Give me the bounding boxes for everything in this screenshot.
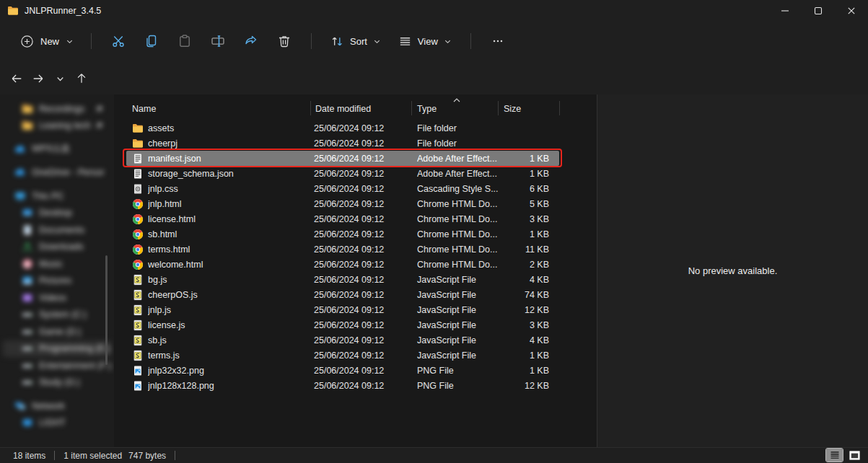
column-separator[interactable]	[411, 101, 412, 115]
sidebar-item-light[interactable]: LIGHT	[3, 415, 111, 432]
file-row-jnlp-css[interactable]: jnlp.css25/06/2024 09:12Cascading Style …	[126, 181, 559, 196]
file-row-sb-html[interactable]: sb.html25/06/2024 09:12Chrome HTML Do...…	[126, 226, 559, 242]
sidebar-item-downloads[interactable]: Downloads	[3, 239, 111, 256]
sidebar-list: RecordingsLeaning techWPS云盘OneDrive - Pe…	[0, 94, 114, 431]
sidebar-item-label: Desktop	[39, 208, 72, 218]
file-row-cheerpj[interactable]: cheerpj25/06/2024 09:12File folder	[126, 136, 559, 151]
delete-button[interactable]	[268, 27, 301, 55]
sidebar-item-music[interactable]: Music	[3, 255, 111, 273]
sidebar-item-programming-e[interactable]: Programming (E:)	[3, 340, 111, 358]
column-header-type[interactable]: Type	[417, 104, 437, 114]
sidebar-item-this-pc[interactable]: This PC	[3, 188, 111, 205]
file-row-bg-js[interactable]: bg.js25/06/2024 09:12JavaScript File4 KB	[126, 272, 559, 287]
view-button[interactable]: View	[390, 28, 460, 54]
date-modified-cell: 25/06/2024 09:12	[314, 184, 417, 194]
file-row-jnlp-html[interactable]: jnlp.html25/06/2024 09:12Chrome HTML Do.…	[126, 196, 559, 211]
file-row-jnlp128x128-png[interactable]: jnlp128x128.png25/06/2024 09:12PNG File1…	[126, 378, 559, 393]
file-name-cell: sb.js	[148, 335, 314, 345]
date-modified-cell: 25/06/2024 09:12	[314, 305, 417, 315]
sidebar-item-label: Documents	[39, 225, 84, 235]
sidebar-scrollbar[interactable]	[105, 255, 108, 365]
file-row-cheerpos-js[interactable]: cheerpOS.js25/06/2024 09:12JavaScript Fi…	[126, 287, 559, 302]
type-cell: Adobe After Effect...	[417, 169, 504, 179]
item-count: 18 items	[13, 451, 45, 461]
date-modified-cell: 25/06/2024 09:12	[314, 229, 417, 239]
copy-button[interactable]	[135, 27, 168, 55]
column-header-size[interactable]: Size	[504, 104, 521, 114]
sidebar-item-leaning-tech[interactable]: Leaning tech	[3, 118, 111, 135]
file-row-assets[interactable]: assets25/06/2024 09:12File folder	[126, 120, 559, 136]
sidebar-item-label: OneDrive - Persor	[32, 167, 105, 177]
column-header-date-modified[interactable]: Date modified	[315, 104, 371, 114]
type-cell: Adobe After Effect...	[417, 154, 504, 164]
sidebar-item-pictures[interactable]: Pictures	[3, 273, 111, 290]
size-cell: 4 KB	[504, 275, 554, 285]
date-modified-cell: 25/06/2024 09:12	[314, 154, 417, 164]
file-row-jnlp32x32-png[interactable]: jnlp32x32.png25/06/2024 09:12PNG File1 K…	[126, 363, 559, 378]
recent-locations-chevron[interactable]	[49, 68, 71, 89]
file-name-cell: sb.html	[148, 229, 314, 239]
file-row-license-js[interactable]: license.js25/06/2024 09:12JavaScript Fil…	[126, 317, 559, 332]
column-header-name[interactable]: Name	[132, 104, 156, 114]
column-separator[interactable]	[310, 101, 311, 115]
size-cell: 5 KB	[504, 199, 554, 209]
paste-button[interactable]	[168, 27, 201, 55]
file-list: Name Date modified Type Size assets25/06…	[119, 94, 597, 447]
file-row-jnlp-js[interactable]: jnlp.js25/06/2024 09:12JavaScript File12…	[126, 302, 559, 317]
type-cell: JavaScript File	[417, 305, 504, 315]
sidebar-item-game-d[interactable]: Game (D:)	[3, 323, 111, 340]
column-separator[interactable]	[559, 101, 560, 115]
type-cell: JavaScript File	[417, 290, 504, 300]
date-modified-cell: 25/06/2024 09:12	[314, 138, 417, 149]
column-separator[interactable]	[498, 101, 499, 115]
type-cell: Chrome HTML Do...	[417, 199, 504, 209]
sidebar-item-desktop[interactable]: Desktop	[3, 205, 111, 222]
file-row-terms-html[interactable]: terms.html25/06/2024 09:12Chrome HTML Do…	[126, 242, 559, 257]
share-button[interactable]	[234, 27, 268, 55]
sidebar-item-videos[interactable]: Videos	[3, 289, 111, 307]
videos-icon	[22, 292, 33, 304]
maximize-button[interactable]	[802, 0, 835, 22]
sidebar-item-label: Recordings	[39, 104, 84, 114]
size-cell: 6 KB	[504, 184, 554, 194]
minimize-button[interactable]	[768, 0, 802, 22]
sidebar-item-entertainment-f[interactable]: Entertainment (F:)	[3, 357, 111, 374]
file-row-welcome-html[interactable]: welcome.html25/06/2024 09:12Chrome HTML …	[126, 257, 559, 272]
forward-button[interactable]	[27, 68, 49, 89]
drive-icon	[22, 309, 33, 320]
status-bar: 18 items 1 item selected 747 bytes	[0, 447, 868, 463]
type-cell: Chrome HTML Do...	[417, 229, 504, 239]
monitor-icon	[14, 190, 26, 202]
file-row-sb-js[interactable]: sb.js25/06/2024 09:12JavaScript File4 KB	[126, 332, 559, 348]
sidebar-item-recordings[interactable]: Recordings	[3, 100, 111, 118]
file-row-storage-schema-json[interactable]: storage_schema.json25/06/2024 09:12Adobe…	[126, 166, 559, 181]
file-row-manifest-json[interactable]: manifest.json25/06/2024 09:12Adobe After…	[126, 151, 559, 166]
date-modified-cell: 25/06/2024 09:12	[314, 381, 417, 391]
rename-button[interactable]	[201, 27, 234, 55]
cloud-icon	[14, 144, 26, 155]
details-view-toggle[interactable]	[826, 449, 843, 462]
sidebar-item-documents[interactable]: Documents	[3, 221, 111, 239]
file-name-cell: license.js	[148, 320, 314, 330]
sort-button-label: Sort	[350, 36, 367, 47]
sidebar-item-system-c[interactable]: System (C:)	[3, 307, 111, 324]
up-button[interactable]	[71, 68, 92, 89]
cut-button[interactable]	[102, 27, 135, 55]
pin-icon	[95, 121, 104, 130]
more-options-button[interactable]	[481, 27, 514, 55]
date-modified-cell: 25/06/2024 09:12	[314, 214, 417, 224]
drive-icon	[22, 343, 33, 354]
close-button[interactable]	[835, 0, 868, 22]
new-button[interactable]: New	[13, 28, 81, 54]
large-icons-view-toggle[interactable]	[846, 449, 863, 462]
sidebar-item-network[interactable]: Network	[3, 397, 111, 415]
sort-button[interactable]: Sort	[322, 28, 390, 54]
back-button[interactable]	[6, 68, 27, 89]
file-row-license-html[interactable]: license.html25/06/2024 09:12Chrome HTML …	[126, 211, 559, 226]
sidebar-item-study-g[interactable]: Study (G:)	[3, 374, 111, 392]
sort-ascending-indicator-icon	[452, 97, 461, 103]
file-row-terms-js[interactable]: terms.js25/06/2024 09:12JavaScript File1…	[126, 348, 559, 363]
cloud-icon	[14, 167, 26, 178]
sidebar-item-wps[interactable]: WPS云盘	[3, 141, 111, 158]
sidebar-item-onedrive-persor[interactable]: OneDrive - Persor	[3, 164, 111, 182]
